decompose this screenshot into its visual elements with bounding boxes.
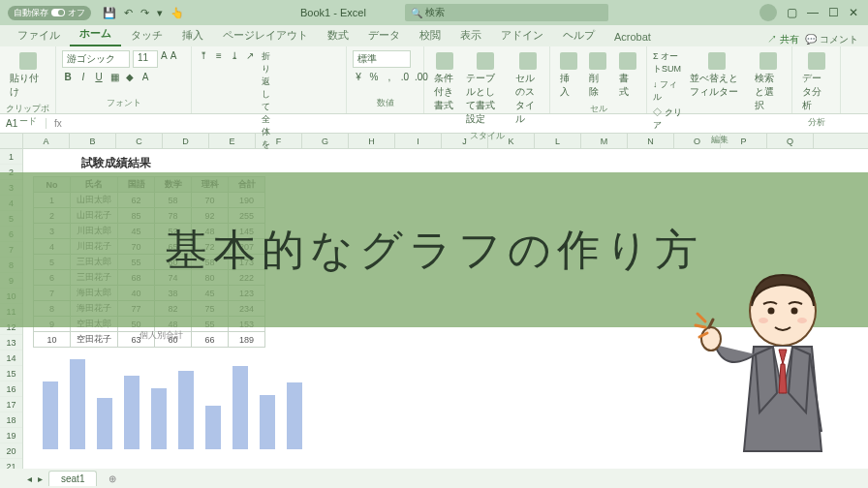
bold-icon[interactable]: B — [62, 72, 74, 82]
group-cells-label: セル — [556, 101, 640, 115]
col-header[interactable]: A — [23, 134, 70, 148]
comment-button[interactable]: 💬 コメント — [805, 33, 858, 46]
tab-review[interactable]: 校閲 — [410, 24, 450, 46]
underline-icon[interactable]: U — [93, 72, 105, 82]
minimize-icon[interactable]: — — [807, 6, 819, 19]
row-header[interactable]: 14 — [0, 351, 22, 366]
col-header[interactable]: C — [116, 134, 163, 148]
row-header[interactable]: 1 — [0, 149, 22, 165]
fill-button[interactable]: ↓ フィル — [653, 78, 682, 104]
tab-home[interactable]: ホーム — [70, 22, 121, 46]
bar — [287, 382, 302, 449]
col-header[interactable]: G — [302, 134, 349, 148]
row-header[interactable]: 13 — [0, 335, 22, 351]
col-header[interactable]: B — [70, 134, 116, 148]
share-button[interactable]: ↗ 共有 — [767, 33, 799, 46]
dec-inc-icon[interactable]: .0 — [399, 72, 411, 82]
col-header[interactable]: K — [488, 134, 535, 148]
user-avatar-icon[interactable] — [760, 4, 777, 21]
format-table-button[interactable]: テーブルとして書式設定 — [462, 50, 508, 128]
format-cells-button[interactable]: 書式 — [615, 50, 640, 101]
row-header[interactable]: 21 — [0, 459, 22, 469]
col-header[interactable]: D — [163, 134, 209, 148]
clear-button[interactable]: ◇ クリア — [653, 107, 682, 132]
comma-icon[interactable]: , — [384, 72, 395, 82]
col-header[interactable]: F — [256, 134, 302, 148]
find-select-button[interactable]: 検索と選択 — [751, 50, 786, 114]
character-illustration — [676, 258, 851, 471]
row-header[interactable]: 20 — [0, 443, 22, 459]
tab-layout[interactable]: ページレイアウト — [213, 24, 318, 46]
tab-file[interactable]: ファイル — [8, 24, 70, 46]
cell-styles-button[interactable]: セルのスタイル — [512, 50, 543, 128]
tab-help[interactable]: ヘルプ — [553, 24, 604, 46]
col-header[interactable]: Q — [767, 134, 814, 148]
select-all-corner[interactable] — [0, 134, 23, 148]
undo-icon[interactable]: ↶ — [124, 7, 133, 19]
bar — [97, 398, 112, 449]
decrease-font-icon[interactable]: A — [170, 50, 177, 68]
autosave-toggle[interactable]: 自動保存 オフ — [8, 6, 91, 20]
increase-font-icon[interactable]: A — [161, 50, 168, 68]
close-icon[interactable]: ✕ — [849, 6, 858, 19]
col-header[interactable]: L — [535, 134, 581, 148]
conditional-format-button[interactable]: 条件付き書式 — [430, 50, 458, 114]
font-color-icon[interactable]: A — [140, 72, 151, 82]
chart-title: 個人別合計 — [140, 329, 183, 342]
border-icon[interactable]: ▦ — [108, 72, 120, 82]
group-font-label: フォント — [62, 95, 185, 109]
insert-cells-button[interactable]: 挿入 — [556, 50, 581, 101]
delete-icon — [589, 52, 606, 70]
name-box[interactable]: A1 — [0, 118, 46, 129]
save-icon[interactable]: 💾 — [103, 7, 116, 19]
paste-button[interactable]: 貼り付け — [6, 50, 49, 101]
tab-touch[interactable]: タッチ — [121, 24, 172, 46]
row-header[interactable]: 18 — [0, 412, 22, 428]
sheet-nav-prev-icon[interactable]: ◂ — [27, 473, 32, 484]
insert-icon — [560, 52, 577, 70]
data-analysis-button[interactable]: データ分析 — [798, 50, 834, 114]
fx-icon[interactable]: fx — [46, 118, 70, 129]
touch-mode-icon[interactable]: 👆 — [170, 7, 184, 19]
row-header[interactable]: 16 — [0, 381, 22, 397]
col-header[interactable]: P — [721, 134, 767, 148]
font-name-select[interactable]: 游ゴシック — [62, 50, 130, 68]
italic-icon[interactable]: I — [78, 72, 89, 82]
sheet-tab[interactable]: seat1 — [48, 471, 97, 486]
col-header[interactable]: N — [628, 134, 674, 148]
col-header[interactable]: I — [395, 134, 442, 148]
redo-icon[interactable]: ↷ — [140, 7, 149, 19]
col-header[interactable]: O — [674, 134, 721, 148]
currency-icon[interactable]: ¥ — [353, 72, 364, 82]
font-size-select[interactable]: 11 — [133, 50, 158, 68]
bar — [43, 381, 58, 449]
bar — [124, 376, 140, 449]
tab-acrobat[interactable]: Acrobat — [604, 27, 661, 46]
ribbon-display-icon[interactable]: ▢ — [787, 6, 797, 19]
row-header[interactable]: 17 — [0, 397, 22, 412]
percent-icon[interactable]: % — [368, 72, 380, 82]
row-header[interactable]: 15 — [0, 366, 22, 381]
col-header[interactable]: M — [581, 134, 628, 148]
col-header[interactable]: J — [442, 134, 488, 148]
tab-data[interactable]: データ — [358, 24, 410, 46]
fill-color-icon[interactable]: ◆ — [124, 72, 136, 82]
sheet-nav-next-icon[interactable]: ▸ — [38, 473, 43, 484]
tab-insert[interactable]: 挿入 — [172, 24, 213, 46]
search-box[interactable]: 🔍 検索 — [405, 4, 608, 21]
quick-access-toolbar: 💾 ↶ ↷ ▾ 👆 — [103, 7, 184, 19]
col-header[interactable]: H — [349, 134, 395, 148]
tab-view[interactable]: 表示 — [450, 24, 491, 46]
sort-filter-button[interactable]: 並べ替えとフィルター — [686, 50, 747, 101]
qat-dropdown-icon[interactable]: ▾ — [157, 7, 163, 19]
add-sheet-icon[interactable]: ⊕ — [103, 473, 122, 484]
col-header[interactable]: E — [209, 134, 256, 148]
tab-formula[interactable]: 数式 — [318, 24, 358, 46]
number-format-select[interactable]: 標準 — [353, 50, 411, 68]
delete-cells-button[interactable]: 削除 — [585, 50, 610, 101]
row-header[interactable]: 19 — [0, 428, 22, 443]
tab-addin[interactable]: アドイン — [491, 24, 553, 46]
maximize-icon[interactable]: ☐ — [828, 6, 839, 19]
column-headers: ABCDEFGHIJKLMNOPQ — [0, 134, 868, 149]
autosum-button[interactable]: Σ オートSUM — [653, 50, 682, 76]
